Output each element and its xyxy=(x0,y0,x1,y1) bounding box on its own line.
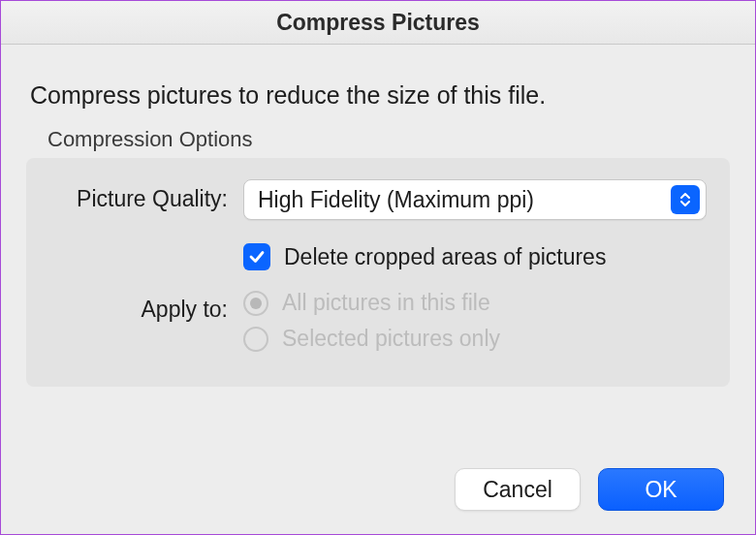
dialog-button-bar: Cancel OK xyxy=(455,468,724,511)
picture-quality-label: Picture Quality: xyxy=(49,179,243,218)
apply-to-option-all-pictures: All pictures in this file xyxy=(243,290,707,316)
delete-cropped-row: Delete cropped areas of pictures xyxy=(243,243,707,270)
apply-to-row: Apply to: All pictures in this file Sele… xyxy=(49,290,707,362)
dropdown-stepper-icon xyxy=(671,185,700,214)
dialog-title-text: Compress Pictures xyxy=(276,10,480,36)
picture-quality-row: Picture Quality: High Fidelity (Maximum … xyxy=(49,179,707,270)
radio-selected-only[interactable] xyxy=(243,327,268,352)
delete-cropped-label: Delete cropped areas of pictures xyxy=(284,244,606,270)
radio-all-pictures-label: All pictures in this file xyxy=(282,290,490,316)
apply-to-option-selected-only: Selected pictures only xyxy=(243,326,707,352)
intro-text: Compress pictures to reduce the size of … xyxy=(30,81,730,110)
delete-cropped-checkbox[interactable] xyxy=(243,243,270,270)
compression-options-group: Picture Quality: High Fidelity (Maximum … xyxy=(26,158,730,387)
radio-all-pictures[interactable] xyxy=(243,291,268,316)
group-label-compression-options: Compression Options xyxy=(47,127,730,152)
dialog-content: Compress pictures to reduce the size of … xyxy=(1,45,755,387)
cancel-button[interactable]: Cancel xyxy=(455,468,581,511)
picture-quality-value: High Fidelity (Maximum ppi) xyxy=(258,187,671,213)
dialog-title: Compress Pictures xyxy=(1,1,755,45)
picture-quality-dropdown[interactable]: High Fidelity (Maximum ppi) xyxy=(243,179,707,220)
ok-button[interactable]: OK xyxy=(598,468,724,511)
radio-selected-only-label: Selected pictures only xyxy=(282,326,500,352)
apply-to-label: Apply to: xyxy=(49,290,243,329)
